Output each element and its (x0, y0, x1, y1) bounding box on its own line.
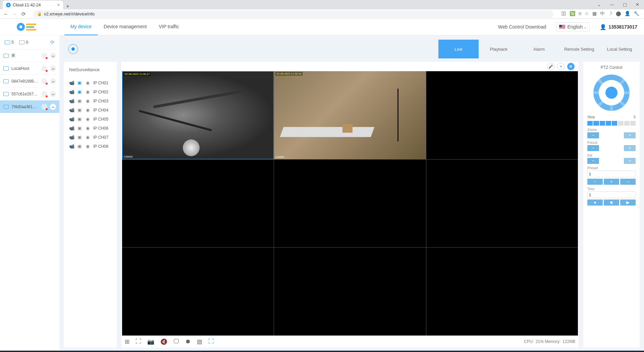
minimize-icon[interactable]: — (608, 1, 616, 8)
zoom-in-button[interactable]: + (624, 132, 636, 138)
play-icon[interactable]: ◉ (85, 107, 90, 113)
focus-out-button[interactable]: − (587, 145, 599, 151)
record-icon[interactable]: ⏺ (185, 338, 191, 345)
device-item-1[interactable]: LocalHost ☁ (0, 62, 59, 75)
preset-plus-button[interactable]: + (604, 179, 619, 185)
camera-icon[interactable]: 📹 (69, 126, 74, 131)
nav-device-management[interactable]: Device management (98, 19, 153, 35)
channel-row[interactable]: 📹▣◉IP CH02 (67, 89, 113, 95)
share-icon[interactable]: ⎋ (579, 11, 581, 17)
tour-record-button[interactable]: ● (587, 200, 603, 206)
ptz-wheel[interactable] (593, 75, 630, 111)
app-logo[interactable] (17, 22, 38, 32)
ext4-icon[interactable]: 👤 (625, 11, 630, 17)
ext1-icon[interactable]: ▦ (592, 11, 597, 17)
camera-icon[interactable]: 📹 (69, 98, 74, 103)
stream-icon[interactable]: ▣ (77, 117, 82, 122)
mute-icon[interactable]: 🔇 (160, 338, 167, 345)
play-icon[interactable]: ◉ (85, 80, 90, 85)
video-cell-5[interactable] (274, 160, 426, 248)
reload-icon[interactable]: ⟳ (21, 11, 26, 17)
preset-go-button[interactable]: → (620, 179, 636, 185)
channel-row[interactable]: 📹▣◉IP CH03 (67, 98, 113, 104)
stream-icon[interactable]: ▣ (77, 89, 82, 94)
stream-icon[interactable]: ▣ (77, 126, 82, 131)
video-cell-3[interactable] (426, 71, 578, 159)
snapshot-icon[interactable]: 📷 (147, 338, 154, 345)
ratio-icon[interactable]: ▧ (197, 338, 202, 345)
channel-row[interactable]: 📹▣◉IP CH01 (67, 80, 113, 86)
maximize-icon[interactable]: ▢ (621, 1, 629, 8)
play-icon[interactable]: ◉ (85, 126, 90, 131)
stream-icon[interactable]: ▣ (77, 98, 82, 103)
ext2-icon[interactable]: 中 (600, 11, 605, 17)
tour-play-button[interactable]: ▶ (620, 200, 636, 206)
iris-open-button[interactable]: + (624, 158, 636, 164)
forward-icon[interactable]: → (12, 11, 17, 17)
close-icon[interactable]: ✕ (634, 1, 641, 8)
video-cell-6[interactable] (426, 160, 578, 248)
tab-remote-setting[interactable]: Remote Setting (559, 40, 599, 58)
channel-row[interactable]: 📹▣◉IP CH04 (67, 107, 113, 113)
camera-icon[interactable]: 📹 (69, 107, 74, 113)
address-bar[interactable]: 🔒 v2.xmeye.net/#/deviceInfo (33, 10, 553, 18)
refresh-icon[interactable]: ⟳ (50, 39, 55, 45)
video-cell-1[interactable]: 02-08-2023 11:46:17 CAM02 (122, 71, 274, 159)
chevron-down-icon[interactable]: ⌄ (595, 1, 603, 8)
channel-row[interactable]: 📹▣◉IP CH06 (67, 125, 113, 131)
expand-icon[interactable]: ⛶ (208, 338, 214, 345)
key-icon[interactable]: ⚿ (561, 11, 566, 17)
channel-row[interactable]: 📹▣◉IP CH05 (67, 116, 113, 122)
camera-icon[interactable]: 📹 (69, 135, 74, 140)
play-icon[interactable]: ◉ (85, 117, 90, 122)
nav-vip-traffic[interactable]: VIP traffic (153, 19, 185, 35)
channel-row[interactable]: 📹▣◉IP CH07 (67, 134, 113, 140)
browser-tab[interactable]: ● Cloud-11-42-24 × (3, 1, 63, 9)
play-icon[interactable]: ◉ (85, 135, 90, 140)
tour-input[interactable] (587, 191, 636, 198)
preset-input[interactable] (587, 171, 636, 177)
stream-icon[interactable]: ▣ (77, 80, 82, 85)
tab-alarm[interactable]: Alarm (519, 40, 559, 58)
camera-icon[interactable]: 📹 (69, 80, 74, 85)
grid-layout-icon[interactable]: ⊞ (125, 338, 129, 345)
video-cell-9[interactable] (426, 248, 578, 336)
device-item-4[interactable]: 7f4d0aa361710… ☁ (0, 100, 59, 113)
video-cell-4[interactable] (122, 160, 274, 248)
play-icon[interactable]: ◉ (85, 144, 90, 149)
eye-icon[interactable] (64, 40, 83, 58)
new-tab-button[interactable]: + (63, 3, 72, 9)
video-grid[interactable]: 02-08-2023 11:46:17 CAM02 02-08-2023 11:… (122, 71, 578, 336)
fullscreen-icon[interactable]: ⛶ (136, 338, 141, 345)
web-control-download-link[interactable]: Web Control Download (498, 24, 546, 30)
monitor-icon[interactable]: 🖵 (173, 338, 179, 345)
ext3-icon[interactable]: ⬤ (616, 11, 621, 17)
stream-icon[interactable]: ▣ (77, 107, 82, 113)
camera-icon[interactable]: 📹 (69, 89, 74, 94)
preset-minus-button[interactable]: − (587, 179, 603, 185)
tour-stop-button[interactable]: ■ (604, 200, 619, 206)
close-tab-icon[interactable]: × (57, 3, 60, 7)
focus-in-button[interactable]: + (624, 145, 636, 151)
camera-icon[interactable]: 📹 (69, 144, 74, 149)
iris-close-button[interactable]: − (587, 158, 599, 164)
channel-row[interactable]: 📹▣◉IP CH08 (67, 143, 113, 149)
step-slider[interactable] (587, 121, 636, 126)
play-icon[interactable]: ◉ (85, 98, 90, 103)
nav-my-device[interactable]: My device (64, 19, 98, 35)
camera-icon[interactable]: 📹 (69, 117, 74, 122)
device-item-0[interactable]: 家 ☁ (0, 49, 59, 62)
star-icon[interactable]: ☆ (585, 11, 589, 17)
stream-icon[interactable]: ▣ (77, 135, 82, 140)
moon-icon[interactable]: ☽ (608, 11, 612, 17)
video-cell-8[interactable] (274, 248, 426, 336)
device-item-3[interactable]: 557c61e2674ff… ☁ (0, 88, 59, 100)
shield-icon[interactable]: ⛨ (567, 63, 575, 70)
zoom-out-button[interactable]: − (587, 132, 599, 138)
light-icon[interactable]: ✦ (557, 63, 565, 70)
stream-icon[interactable]: ▣ (77, 144, 82, 149)
back-icon[interactable]: ← (3, 11, 8, 17)
language-select[interactable]: English (556, 23, 590, 31)
tab-local-setting[interactable]: Local Setting (599, 40, 640, 58)
video-cell-7[interactable] (122, 248, 274, 336)
